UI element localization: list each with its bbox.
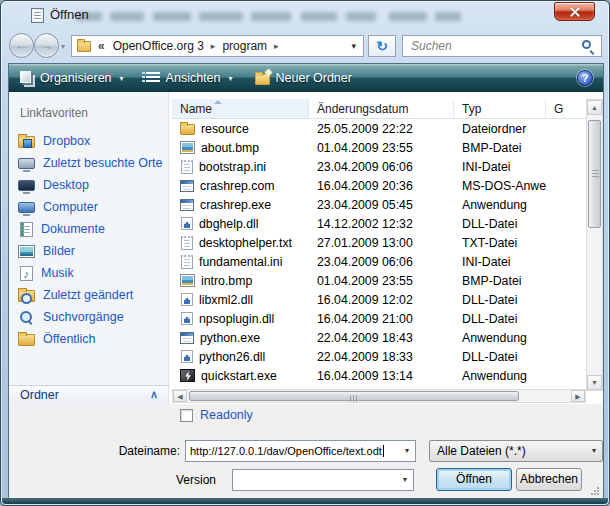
file-name: crashrep.com <box>200 179 275 193</box>
file-row[interactable]: quickstart.exe16.04.2009 13:14Anwendung <box>172 366 586 385</box>
background-menu-blur <box>435 12 461 21</box>
file-date: 16.04.2009 12:02 <box>309 293 454 307</box>
column-header-name[interactable]: Name <box>172 99 309 118</box>
close-button[interactable] <box>554 2 595 21</box>
breadcrumb-overflow-icon[interactable]: « <box>98 39 105 53</box>
background-menu-blur <box>346 12 376 21</box>
help-button[interactable]: ? <box>577 70 593 86</box>
title-bar[interactable]: Öffnen <box>1 1 609 29</box>
vertical-scrollbar[interactable]: ▲ ▼ <box>586 99 603 391</box>
sidebar-item-label: Bilder <box>43 244 75 258</box>
text-file-icon <box>181 160 193 174</box>
sidebar-item-label: Musik <box>41 266 74 280</box>
search-input[interactable]: Suchen <box>402 35 602 57</box>
scroll-right-button[interactable]: ▶ <box>571 390 585 402</box>
file-row[interactable]: crashrep.com16.04.2009 20:36MS-DOS-Anwen… <box>172 176 586 195</box>
file-row[interactable]: python26.dll22.04.2009 18:33DLL-Datei <box>172 347 586 366</box>
readonly-checkbox[interactable] <box>180 409 193 422</box>
file-row[interactable]: libxml2.dll16.04.2009 12:02DLL-Datei <box>172 290 586 309</box>
organize-button[interactable]: Organisieren▾ <box>15 66 128 90</box>
sidebar-item-label: Öffentlich <box>43 332 96 346</box>
cancel-button[interactable]: Abbrechen <box>516 468 582 491</box>
sidebar-item-computer[interactable]: Computer <box>9 196 168 218</box>
forward-button[interactable]: → <box>34 33 59 58</box>
background-menu-blur <box>301 12 337 21</box>
file-date: 14.12.2002 12:32 <box>309 217 454 231</box>
scroll-down-button[interactable]: ▼ <box>587 375 602 390</box>
folders-expander[interactable]: Ordner ∧ <box>9 385 168 404</box>
version-label: Version <box>149 473 216 487</box>
file-row[interactable]: desktophelper.txt27.01.2009 13:00TXT-Dat… <box>172 233 586 252</box>
column-header-label: Name <box>180 102 212 116</box>
refresh-button[interactable]: ↻ <box>368 35 396 57</box>
breadcrumb-separator-icon[interactable]: ▸ <box>271 41 282 51</box>
history-dropdown-icon[interactable]: ▾ <box>61 42 65 51</box>
sidebar-item-desktop[interactable]: Desktop <box>9 174 168 196</box>
searches-icon <box>18 310 35 325</box>
file-row[interactable]: bootstrap.ini23.04.2009 06:06INI-Datei <box>172 157 586 176</box>
sort-ascending-icon <box>214 100 222 104</box>
sidebar-item-pictures[interactable]: Bilder <box>9 240 168 262</box>
breadcrumb-dropdown-icon[interactable]: ▾ <box>351 41 363 51</box>
file-row[interactable]: fundamental.ini23.04.2009 06:06INI-Datei <box>172 252 586 271</box>
file-date: 25.05.2009 22:22 <box>309 122 454 136</box>
vertical-scroll-thumb[interactable] <box>588 120 601 228</box>
sidebar-item-searches[interactable]: Suchvorgänge <box>9 306 168 328</box>
resize-grip[interactable] <box>590 486 600 496</box>
open-file-dialog: Öffnen ← → ▾ « OpenOffice.org 3▸program▸… <box>0 0 610 506</box>
views-button[interactable]: Ansichten▾ <box>142 66 237 90</box>
column-header-size[interactable]: G <box>546 99 586 118</box>
filename-dropdown-icon[interactable]: ▾ <box>399 441 415 461</box>
horizontal-scroll-thumb[interactable] <box>189 391 519 401</box>
breadcrumb-item[interactable]: OpenOffice.org 3 <box>109 39 208 53</box>
breadcrumb-item[interactable]: program <box>218 39 271 53</box>
file-date: 23.04.2009 05:45 <box>309 198 454 212</box>
breadcrumb-separator-icon[interactable]: ▸ <box>208 41 219 51</box>
computer-icon <box>18 202 35 213</box>
column-header-type[interactable]: Typ <box>454 99 546 118</box>
scroll-down-icon: ▼ <box>591 379 598 386</box>
sidebar-item-recently-changed[interactable]: Zuletzt geändert <box>9 284 168 306</box>
app-file-icon <box>180 332 194 344</box>
breadcrumb[interactable]: « OpenOffice.org 3▸program▸ ▾ <box>71 35 364 57</box>
filetype-select[interactable]: Alle Dateien (*.*) ▾ <box>429 440 603 462</box>
window-bottom-edge <box>2 498 608 504</box>
dll-file-icon <box>181 293 193 306</box>
folder-icon <box>77 41 91 52</box>
sidebar-item-documents[interactable]: Dokumente <box>9 218 168 240</box>
sidebar-item-music[interactable]: Musik <box>9 262 168 284</box>
horizontal-scrollbar[interactable]: ◀ ▶ <box>172 389 586 403</box>
back-button[interactable]: ← <box>9 33 34 58</box>
open-button[interactable]: Öffnen <box>436 468 512 491</box>
scroll-right-icon: ▶ <box>575 393 580 400</box>
scroll-up-button[interactable]: ▲ <box>587 100 602 115</box>
column-header-date[interactable]: Änderungsdatum <box>309 99 454 118</box>
version-select[interactable]: ▾ <box>232 469 414 491</box>
command-toolbar: Organisieren▾Ansichten▾Neuer Ordner ? <box>9 64 603 92</box>
file-row[interactable]: intro.bmp01.04.2009 23:55BMP-Datei <box>172 271 586 290</box>
sidebar-item-public[interactable]: Öffentlich <box>9 328 168 350</box>
organize-icon <box>19 71 34 85</box>
file-name: resource <box>201 122 249 136</box>
scroll-left-button[interactable]: ◀ <box>173 390 187 402</box>
new-folder-icon <box>255 74 270 85</box>
file-type: DLL-Datei <box>454 312 546 326</box>
file-row[interactable]: npsoplugin.dll16.04.2009 21:00DLL-Datei <box>172 309 586 328</box>
sidebar-item-label: Desktop <box>43 178 89 192</box>
background-menu-blur <box>199 12 243 21</box>
toolbar-button-label: Ansichten <box>166 71 221 85</box>
background-menu-blur <box>110 12 144 21</box>
app-file-icon <box>180 180 194 192</box>
file-type: DLL-Datei <box>454 293 546 307</box>
file-row[interactable]: python.exe22.04.2009 18:43Anwendung <box>172 328 586 347</box>
file-row[interactable]: about.bmp01.04.2009 23:55BMP-Datei <box>172 138 586 157</box>
file-row[interactable]: dbghelp.dll14.12.2002 12:32DLL-Datei <box>172 214 586 233</box>
sidebar-item-dropbox[interactable]: Dropbox <box>9 130 168 152</box>
file-row[interactable]: resource25.05.2009 22:22Dateiordner <box>172 119 586 138</box>
filename-input[interactable]: http://127.0.0.1/dav/OpenOffice/text.odt… <box>185 440 416 462</box>
file-row[interactable]: crashrep.exe23.04.2009 05:45Anwendung <box>172 195 586 214</box>
new-folder-button[interactable]: Neuer Ordner <box>251 66 356 90</box>
sidebar-item-label: Computer <box>43 200 98 214</box>
search-icon <box>582 40 591 49</box>
sidebar-item-recent-places[interactable]: Zuletzt besuchte Orte <box>9 152 168 174</box>
